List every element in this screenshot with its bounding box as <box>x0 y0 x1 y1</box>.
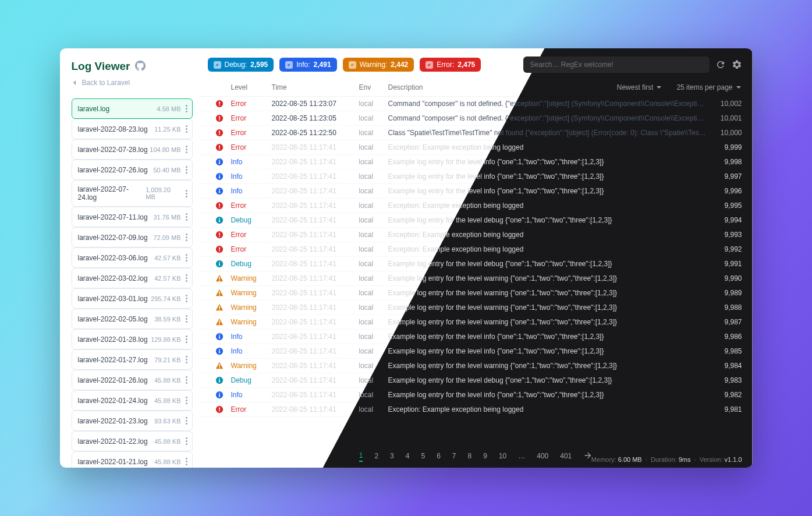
file-item[interactable]: laravel-2022-01-26.log 45.88 KB <box>72 370 193 390</box>
warning-icon <box>208 289 231 297</box>
log-row[interactable]: Warning 2022-08-25 11:17:41 local Exampl… <box>200 286 753 301</box>
log-row[interactable]: Info 2022-08-25 11:17:41 local Example l… <box>200 388 753 402</box>
svg-rect-45 <box>219 336 220 338</box>
file-item[interactable]: laravel-2022-01-27.log 79.21 KB <box>72 349 193 370</box>
file-item[interactable]: laravel-2022-03-06.log 42.57 KB <box>72 248 193 268</box>
log-row[interactable]: Error 2022-08-25 11:17:41 local Exceptio… <box>200 228 753 242</box>
more-icon[interactable] <box>185 144 189 154</box>
file-item[interactable]: laravel-2022-01-22.log 45.88 KB <box>72 431 193 451</box>
file-name: laravel-2022-01-28.log <box>78 335 148 344</box>
page-3[interactable]: 3 <box>390 452 394 460</box>
pill-count: 2,595 <box>250 61 268 69</box>
page-7[interactable]: 7 <box>452 452 456 460</box>
page-1[interactable]: 1 <box>359 451 363 462</box>
back-link[interactable]: Back to Laravel <box>72 79 193 87</box>
more-icon[interactable] <box>185 104 189 114</box>
file-item[interactable]: laravel-2022-01-24.log 45.88 KB <box>72 390 193 411</box>
more-icon[interactable] <box>185 232 189 242</box>
log-row[interactable]: Warning 2022-08-25 11:17:41 local Exampl… <box>200 271 753 286</box>
filter-pill-info[interactable]: Info: 2,491 <box>279 58 336 72</box>
page-10[interactable]: 10 <box>499 452 506 460</box>
file-size: 42.57 KB <box>154 275 180 282</box>
file-item[interactable]: laravel-2022-07-11.log 31.76 MB <box>72 207 193 227</box>
log-row[interactable]: Info 2022-08-25 11:17:41 local Example l… <box>200 184 753 199</box>
col-env: Env <box>359 83 388 91</box>
gear-icon[interactable] <box>732 59 742 70</box>
page-5[interactable]: 5 <box>421 452 425 460</box>
log-row[interactable]: Warning 2022-08-25 11:17:41 local Exampl… <box>200 301 753 315</box>
row-env: local <box>359 231 388 239</box>
info-icon <box>208 347 231 355</box>
more-icon[interactable] <box>185 416 189 426</box>
log-row[interactable]: Debug 2022-08-25 11:17:41 local Example … <box>200 213 753 228</box>
file-item[interactable]: laravel-2022-07-26.log 50.40 MB <box>72 160 193 180</box>
file-item[interactable]: laravel-2022-01-23.log 93.63 KB <box>72 411 193 431</box>
file-item[interactable]: laravel-2022-07-09.log 72.09 MB <box>72 227 193 248</box>
log-row[interactable]: Error 2022-08-25 11:17:41 local Exceptio… <box>200 140 753 155</box>
page-9[interactable]: 9 <box>483 452 487 460</box>
more-icon[interactable] <box>185 355 189 365</box>
more-icon[interactable] <box>185 395 189 405</box>
filter-pill-error[interactable]: Error: 2,475 <box>420 58 481 72</box>
file-item[interactable]: laravel-2022-03-01.log 295.74 KB <box>72 288 193 309</box>
log-row[interactable]: Error 2022-08-25 11:17:41 local Exceptio… <box>200 242 753 257</box>
log-row[interactable]: Error 2022-08-25 11:17:41 local Exceptio… <box>200 199 753 213</box>
more-icon[interactable] <box>185 375 189 385</box>
log-row[interactable]: Warning 2022-08-25 11:17:41 local Exampl… <box>200 315 753 330</box>
page-6[interactable]: 6 <box>437 452 441 460</box>
page-4[interactable]: 4 <box>406 452 410 460</box>
row-env: local <box>359 172 388 181</box>
more-icon[interactable] <box>185 314 189 324</box>
more-icon[interactable] <box>185 189 189 199</box>
row-env: local <box>359 187 388 195</box>
more-icon[interactable] <box>185 253 189 263</box>
search-input[interactable] <box>523 56 710 73</box>
log-row[interactable]: Error 2022-08-25 11:22:50 local Class "S… <box>200 126 753 140</box>
refresh-icon[interactable] <box>715 59 726 70</box>
file-size: 45.88 KB <box>154 397 180 404</box>
more-icon[interactable] <box>185 294 189 303</box>
svg-rect-14 <box>219 160 220 161</box>
page-8[interactable]: 8 <box>468 452 472 460</box>
log-row[interactable]: Info 2022-08-25 11:17:41 local Example l… <box>200 344 753 359</box>
file-item[interactable]: laravel-2022-07-28.log 104.80 MB <box>72 139 193 160</box>
log-row[interactable]: Debug 2022-08-25 11:17:41 local Example … <box>200 373 753 388</box>
log-row[interactable]: Error 2022-08-25 11:23:07 local Command … <box>200 97 753 111</box>
file-item[interactable]: laravel.log 4.58 MB <box>72 98 193 119</box>
page-400[interactable]: 400 <box>537 452 548 460</box>
file-item[interactable]: laravel-2022-07-24.log 1,009.20 MB <box>72 180 193 207</box>
more-icon[interactable] <box>185 212 189 222</box>
sort-order-select[interactable]: Newest first <box>617 83 663 91</box>
github-icon[interactable] <box>135 61 146 73</box>
log-row[interactable]: Info 2022-08-25 11:17:41 local Example l… <box>200 330 753 344</box>
more-icon[interactable] <box>185 457 189 466</box>
more-icon[interactable] <box>185 165 189 175</box>
pill-label: Error: <box>437 61 454 69</box>
filter-pill-warning[interactable]: Warning: 2,442 <box>343 58 414 72</box>
log-row[interactable]: Info 2022-08-25 11:17:41 local Example l… <box>200 169 753 184</box>
svg-rect-5 <box>219 119 220 121</box>
per-page-select[interactable]: 25 items per page <box>676 83 742 91</box>
more-icon[interactable] <box>185 124 189 134</box>
page-401[interactable]: 401 <box>560 452 572 460</box>
row-env: local <box>359 405 388 413</box>
log-row[interactable]: Debug 2022-08-25 11:17:41 local Example … <box>200 257 753 271</box>
log-row[interactable]: Error 2022-08-25 11:23:05 local Command … <box>200 111 753 126</box>
file-item[interactable]: laravel-2022-02-05.log 38.59 KB <box>72 309 193 329</box>
svg-rect-25 <box>219 220 220 222</box>
log-row[interactable]: Warning 2022-08-25 11:17:41 local Exampl… <box>200 359 753 373</box>
file-item[interactable]: laravel-2022-01-21.log 45.88 KB <box>72 451 193 468</box>
page-2[interactable]: 2 <box>374 452 378 460</box>
file-name: laravel-2022-01-22.log <box>78 437 148 446</box>
file-item[interactable]: laravel-2022-08-23.log 11.25 KB <box>72 119 193 139</box>
filter-pill-debug[interactable]: Debug: 2,595 <box>208 58 274 72</box>
file-item[interactable]: laravel-2022-03-02.log 42.57 KB <box>72 268 193 288</box>
more-icon[interactable] <box>185 273 189 283</box>
svg-rect-23 <box>219 207 220 208</box>
more-icon[interactable] <box>185 334 189 344</box>
log-row[interactable]: Info 2022-08-25 11:17:41 local Example l… <box>200 155 753 169</box>
svg-rect-35 <box>219 262 220 263</box>
file-item[interactable]: laravel-2022-01-28.log 129.88 KB <box>72 329 193 349</box>
more-icon[interactable] <box>185 436 189 446</box>
log-row[interactable]: Error 2022-08-25 11:17:41 local Exceptio… <box>200 402 753 417</box>
